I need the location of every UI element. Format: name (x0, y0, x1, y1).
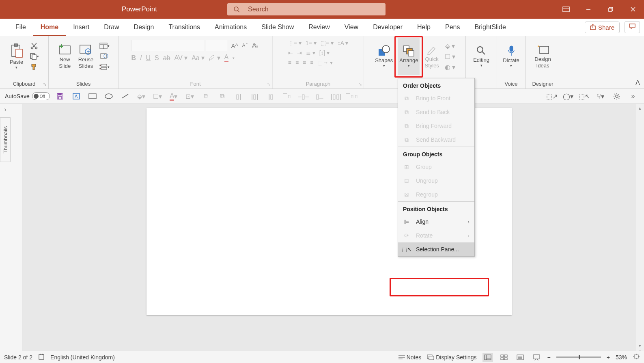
qat-align-right[interactable]: |▯ (265, 91, 277, 102)
tab-slideshow[interactable]: Slide Show (254, 19, 301, 36)
dropdown-rotate[interactable]: ⟳Rotate› (398, 229, 474, 242)
dictate-button[interactable]: Dictate ▾ (501, 38, 521, 75)
zoom-in-button[interactable]: + (607, 354, 610, 361)
dropdown-ungroup[interactable]: ⊟Ungroup (398, 174, 474, 188)
tab-animations[interactable]: Animations (207, 19, 254, 36)
qat-align-left[interactable]: ▯| (233, 91, 245, 102)
font-size-selector[interactable] (206, 40, 228, 51)
qat-group1[interactable]: ⧉ (200, 91, 212, 102)
qat-shape-outline[interactable]: ☐▾ (151, 91, 164, 102)
qat-more[interactable]: » (627, 91, 639, 102)
dropdown-align[interactable]: ⊫Align› (398, 215, 474, 229)
qat-settings[interactable] (611, 91, 623, 102)
reset-button[interactable] (98, 52, 110, 61)
autosave-toggle[interactable]: AutoSave Off (5, 92, 50, 100)
new-slide-button[interactable]: New Slide (56, 38, 73, 75)
accessibility-icon[interactable] (38, 353, 45, 361)
tab-transitions[interactable]: Transitions (161, 19, 207, 36)
zoom-level[interactable]: 53% (616, 354, 627, 361)
quick-styles-button[interactable]: Quick Styles (423, 38, 440, 75)
align-left-button[interactable]: ≡ (288, 59, 291, 66)
font-dialog-launcher[interactable]: ⤡ (267, 82, 271, 87)
increase-font-icon[interactable]: A^ (230, 42, 239, 49)
design-ideas-button[interactable]: Design Ideas (533, 38, 552, 75)
fit-to-window-button[interactable] (633, 354, 640, 361)
paste-button[interactable]: Paste ▾ (8, 38, 25, 75)
close-button[interactable] (622, 0, 644, 19)
highlight-button[interactable]: 🖊 ▾ (209, 54, 220, 62)
clear-formatting-icon[interactable]: A̷ₐ (251, 42, 260, 49)
character-spacing-button[interactable]: AV ▾ (174, 54, 188, 62)
underline-button[interactable]: U (146, 54, 151, 62)
qat-align-objects[interactable]: ⊡▾ (184, 91, 196, 102)
minimize-button[interactable] (577, 0, 599, 19)
qat-custom4[interactable]: ☟▾ (594, 91, 607, 102)
qat-group2[interactable]: ⧉ (216, 91, 228, 102)
qat-font-color[interactable]: A▾ (168, 91, 180, 102)
language-indicator[interactable]: English (United Kingdom) (50, 354, 115, 361)
vertical-scrollbar[interactable]: ▴ ▾ ⏶ ⏷ (636, 104, 644, 360)
qat-align-center[interactable]: |▯| (249, 91, 261, 102)
slide-counter[interactable]: Slide 2 of 2 (4, 354, 32, 361)
thumbnails-tab[interactable]: Thumbnails (0, 117, 11, 162)
dropdown-send-backward[interactable]: ⧉Send Backward (398, 133, 474, 147)
change-case-button[interactable]: Aa ▾ (192, 54, 205, 62)
justify-button[interactable]: ≡ (310, 59, 313, 66)
reading-view-button[interactable] (515, 353, 526, 362)
notes-button[interactable]: Notes (398, 354, 422, 361)
qat-custom3[interactable]: ⬚↖ (578, 91, 590, 102)
tab-view[interactable]: View (337, 19, 366, 36)
arrange-button[interactable]: Arrange ▾ (398, 38, 420, 75)
bold-button[interactable]: B (131, 54, 136, 62)
cut-button[interactable] (28, 41, 40, 50)
paragraph-dialog-launcher[interactable]: ⤡ (358, 82, 362, 87)
qat-custom1[interactable]: ⬚↗ (546, 91, 558, 102)
shape-fill-button[interactable]: ⬙ ▾ (444, 41, 456, 50)
dropdown-send-to-back[interactable]: ⧉Send to Back (398, 105, 474, 119)
dropdown-selection-pane[interactable]: ⬚↖Selection Pane... (398, 242, 474, 256)
increase-indent-button[interactable]: ⇥ (297, 50, 302, 56)
shadow-button[interactable]: S (155, 54, 159, 62)
editing-button[interactable]: Editing ▾ (472, 38, 491, 75)
decrease-font-icon[interactable]: A˅ (241, 43, 249, 48)
dropdown-group[interactable]: ⊞Group (398, 160, 474, 174)
tab-file[interactable]: File (8, 19, 33, 36)
format-painter-button[interactable] (28, 63, 40, 71)
align-right-button[interactable]: ≡ (303, 59, 306, 66)
qat-rectangle[interactable] (86, 91, 99, 102)
zoom-slider[interactable] (556, 357, 601, 358)
dropdown-regroup[interactable]: ⊠Regroup (398, 188, 474, 201)
qat-line[interactable] (119, 91, 131, 102)
ribbon-display-options[interactable] (555, 0, 577, 19)
search-box[interactable]: Search (227, 3, 386, 15)
normal-view-button[interactable] (482, 353, 493, 362)
columns-button[interactable]: ≣ ▾ (306, 50, 315, 56)
list-level-button[interactable]: ⬚≡ ▾ (321, 40, 334, 46)
shape-effects-button[interactable]: ◐ ▾ (444, 63, 456, 71)
tab-draw[interactable]: Draw (97, 19, 126, 36)
qat-shape-fill[interactable]: ⬙▾ (135, 91, 147, 102)
qat-dist-v[interactable]: ⎺▯▯ (346, 91, 358, 102)
shape-outline-button[interactable]: ☐ ▾ (444, 52, 456, 61)
qat-custom2[interactable]: ◯▾ (562, 91, 574, 102)
decrease-indent-button[interactable]: ⇤ (288, 50, 293, 56)
qat-textbox[interactable]: A (70, 91, 82, 102)
qat-oval[interactable] (103, 91, 115, 102)
dropdown-bring-to-front[interactable]: ⧉Bring to Front (398, 91, 474, 105)
slide-sorter-button[interactable] (499, 353, 509, 362)
line-spacing-button[interactable]: ↕A ▾ (338, 40, 348, 46)
comments-button[interactable] (625, 21, 640, 33)
collapse-ribbon-button[interactable]: ᐱ (635, 79, 640, 86)
section-button[interactable]: ▾ (98, 63, 110, 71)
font-color-button[interactable]: A (224, 54, 229, 62)
tab-help[interactable]: Help (410, 19, 438, 36)
share-button[interactable]: Share (585, 22, 620, 33)
tab-brightslide[interactable]: BrightSlide (467, 19, 513, 36)
scroll-up-icon[interactable]: ▴ (639, 106, 641, 111)
qat-align-middle[interactable]: –▯– (297, 91, 310, 102)
tab-review[interactable]: Review (301, 19, 337, 36)
layout-button[interactable]: ▾ (98, 41, 110, 50)
tab-design[interactable]: Design (127, 19, 162, 36)
bullets-button[interactable]: ⋮≡ ▾ (288, 40, 302, 46)
smartart-button[interactable]: ⬚→ ▾ (317, 59, 333, 66)
